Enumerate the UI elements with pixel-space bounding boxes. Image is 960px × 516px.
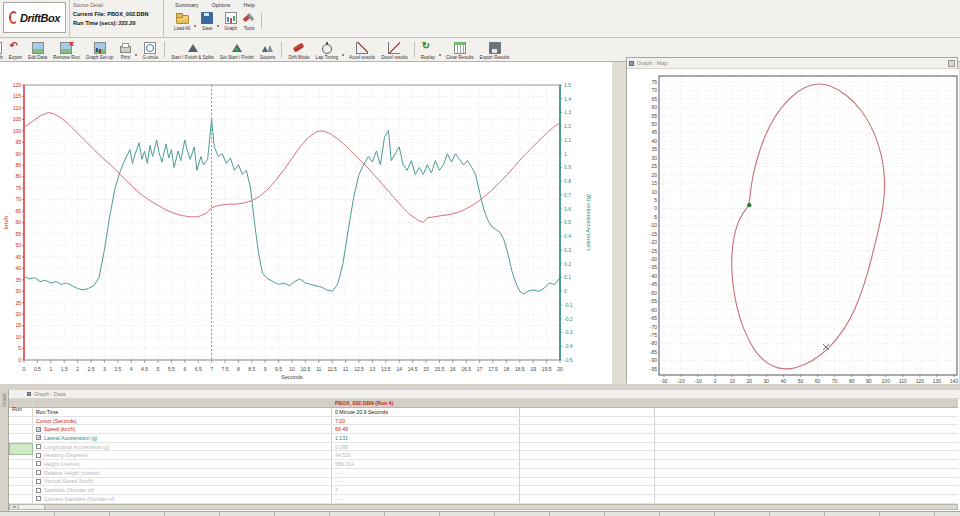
parameter-label: Vertical Speed (km/h)	[44, 478, 94, 484]
checkbox-satellites-number-of[interactable]	[36, 488, 41, 493]
dropdown-dot[interactable]	[135, 54, 137, 56]
svg-text:0.2: 0.2	[564, 261, 571, 267]
data-panel-side-tab[interactable]: Graph	[0, 390, 9, 516]
decel-results-button[interactable]: Decel results	[378, 41, 411, 62]
table-row-height-metres[interactable]: Height (metres)589.314	[9, 460, 958, 469]
parameter-label: Height (metres)	[44, 461, 80, 467]
sectors-button[interactable]: Sectors	[257, 41, 279, 62]
svg-text:7.5: 7.5	[222, 366, 229, 372]
svg-text:12.5: 12.5	[354, 366, 364, 372]
table-row-longitudinal-acceleration-g[interactable]: Longitudinal Acceleration (g)0.088	[9, 443, 958, 452]
save-label: Save	[202, 26, 212, 31]
dropdown-dot[interactable]	[194, 25, 196, 27]
empty-cell	[520, 460, 655, 468]
drift-mode-button[interactable]: Drift Mode	[285, 41, 312, 62]
svg-text:4: 4	[130, 366, 133, 372]
svg-text:70: 70	[651, 87, 657, 93]
table-row-relative-height-metres[interactable]: Relative Height (metres)----	[9, 469, 958, 478]
svg-text:17: 17	[477, 366, 483, 372]
main-toolbar: Load AllSaveGraphTools	[171, 11, 265, 32]
table-row-cursor-seconds[interactable]: Cursor (Seconds)7.00	[9, 417, 958, 426]
svg-text:10: 10	[289, 366, 295, 372]
data-table-header-row: PBOX_002.DBN (Run 4)	[9, 399, 958, 408]
empty-header-cell	[520, 399, 655, 407]
map-panel-header[interactable]: Graph : Map	[627, 58, 957, 69]
menu-item-options[interactable]: Options	[210, 2, 233, 8]
svg-text:30: 30	[651, 155, 657, 161]
start-finish-splits-button[interactable]: Start / Finish & Splits	[168, 41, 217, 62]
dropdown-dot[interactable]	[217, 25, 219, 27]
map-panel: Graph : Map -30-20-100102030405060708090…	[626, 57, 958, 383]
print-button[interactable]: Print	[116, 41, 134, 62]
parameter-name-cell: Longitudinal Acceleration (g)	[33, 443, 332, 451]
svg-text:11: 11	[316, 366, 321, 372]
menu-item-summary[interactable]: Summary	[173, 2, 201, 8]
set-start-finish-button[interactable]: Set Start / Finish	[217, 41, 257, 62]
tools-button[interactable]: Tools	[240, 11, 258, 32]
gutter-cell	[9, 434, 33, 442]
export-results-button[interactable]: Export Results	[477, 41, 513, 62]
save-button[interactable]: Save	[198, 11, 216, 32]
edit-data-button[interactable]: Edit Data	[25, 41, 50, 62]
remove-run-button[interactable]: Remove Run	[50, 41, 83, 62]
right-axis-title: Lateral Acceleration (g)	[585, 194, 591, 251]
table-row-heading-degrees[interactable]: Heading (Degrees)44.520	[9, 451, 958, 460]
table-row-glonass-satellites-number-of[interactable]: Glonass Satellites (Number of)----	[9, 495, 958, 504]
table-row-satellites-number-of[interactable]: Satellites (Number of)7	[9, 486, 958, 495]
svg-text:5.5: 5.5	[168, 366, 175, 372]
checkbox-vertical-speed-km-h[interactable]	[36, 479, 41, 484]
scrollbar-thumb[interactable]	[19, 505, 45, 509]
clear-results-icon	[454, 42, 466, 54]
table-row-run-time[interactable]: Run Time0 Minute 20.9 Seconds	[9, 408, 958, 417]
graph-set-up-button[interactable]: Graph Set-up	[83, 41, 117, 62]
set-start-finish-icon	[231, 42, 243, 54]
table-row-speed-km-h[interactable]: Speed (km/h)66.49	[9, 425, 958, 434]
parameter-label: Lateral Acceleration (g)	[44, 435, 97, 441]
current-position-dot[interactable]	[747, 203, 751, 207]
export-button[interactable]: Export	[6, 41, 25, 62]
svg-text:-35: -35	[650, 264, 657, 270]
svg-text:20: 20	[557, 366, 563, 372]
checkbox-relative-height-metres[interactable]	[36, 470, 41, 475]
scroll-left-arrow-icon[interactable]: ◄	[10, 505, 19, 509]
load-all-button[interactable]: Load All	[171, 11, 193, 32]
svg-text:0.5: 0.5	[34, 366, 41, 372]
name-header-cell	[33, 399, 332, 407]
g-circle-button[interactable]: G-circle	[139, 41, 161, 62]
svg-text:10: 10	[651, 189, 657, 195]
parameter-name-cell: Satellites (Number of)	[33, 486, 332, 494]
replay-button[interactable]: Replay	[418, 41, 438, 62]
clear-results-button[interactable]: Clear Results	[443, 41, 477, 62]
graph-button[interactable]: Graph	[221, 11, 240, 32]
checkbox-height-metres[interactable]	[36, 461, 41, 466]
run-time-label: Run Time (secs): 222.20	[73, 20, 163, 26]
load-all-label: Load All	[174, 26, 190, 31]
menu-item-help[interactable]: Help	[242, 2, 257, 8]
checkbox-speed-km-h[interactable]	[36, 427, 41, 432]
svg-text:-60: -60	[650, 307, 657, 313]
checkbox-lateral-acceleration-g[interactable]	[36, 435, 41, 440]
run-column-header[interactable]: PBOX_002.DBN (Run 4)	[332, 399, 520, 407]
table-row-lateral-acceleration-g[interactable]: Lateral Acceleration (g)1.131	[9, 434, 958, 443]
svg-text:6: 6	[183, 366, 186, 372]
svg-text:15: 15	[651, 180, 657, 186]
parameter-label: Speed (km/h)	[44, 426, 75, 432]
lap-timing-button[interactable]: Lap Timing	[313, 41, 341, 62]
svg-text:19.5: 19.5	[542, 366, 552, 372]
map-panel-button[interactable]	[948, 60, 955, 67]
selected-gutter-cell[interactable]	[9, 443, 33, 455]
accel-results-button[interactable]: Accel results	[346, 41, 378, 62]
empty-cell	[655, 495, 958, 503]
svg-text:1.4: 1.4	[564, 96, 571, 102]
table-row-vertical-speed-km-h[interactable]: Vertical Speed (km/h)----	[9, 478, 958, 487]
dropdown-dot[interactable]	[439, 54, 441, 56]
horizontal-scrollbar[interactable]: ◄	[9, 504, 958, 510]
svg-text:1.2: 1.2	[564, 123, 571, 129]
checkbox-heading-degrees[interactable]	[36, 453, 41, 458]
svg-text:1: 1	[49, 366, 52, 372]
checkbox-longitudinal-acceleration-g[interactable]	[36, 444, 41, 449]
checkbox-glonass-satellites-number-of[interactable]	[36, 496, 41, 501]
svg-text:35: 35	[15, 277, 21, 283]
dropdown-dot[interactable]	[342, 54, 344, 56]
data-panel-header[interactable]: Graph : Data	[9, 390, 960, 399]
